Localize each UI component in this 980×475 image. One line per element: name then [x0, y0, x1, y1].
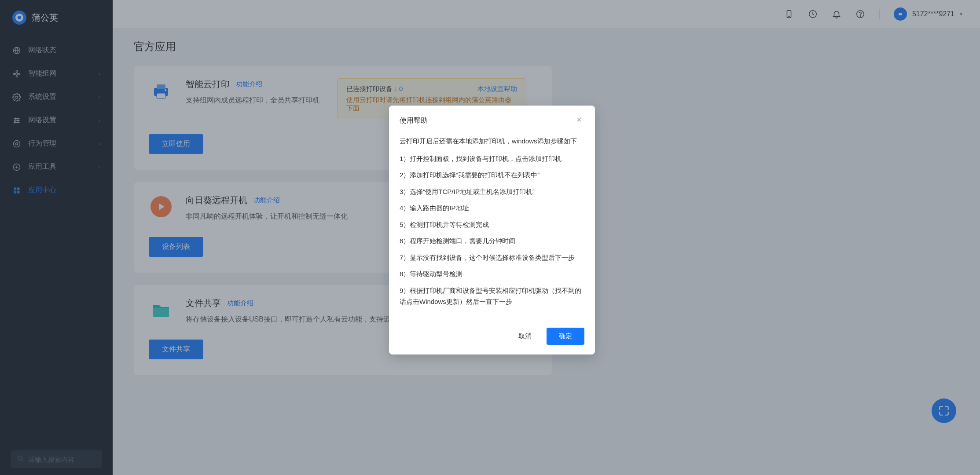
- confirm-button[interactable]: 确定: [547, 328, 584, 345]
- modal-step: 2）添加打印机选择“我需要的打印机不在列表中”: [400, 169, 584, 181]
- modal-step: 5）检测打印机并等待检测完成: [400, 219, 584, 230]
- modal-title: 使用帮助: [400, 116, 428, 125]
- close-icon[interactable]: [574, 114, 584, 127]
- modal-step: 9）根据打印机厂商和设备型号安装相应打印机驱动（找不到的话点击Windows更新…: [400, 285, 584, 307]
- modal-step: 4）输入路由器的IP地址: [400, 202, 584, 214]
- modal-step: 8）等待驱动型号检测: [400, 268, 584, 280]
- modal-step: 1）打开控制面板，找到设备与打印机，点击添加打印机: [400, 153, 584, 164]
- modal-step: 7）显示没有找到设备，这个时候选择标准设备类型后下一步: [400, 252, 584, 263]
- modal-intro: 云打印开启后还需在本地添加打印机，windows添加步骤如下: [400, 135, 584, 147]
- help-modal: 使用帮助 云打印开启后还需在本地添加打印机，windows添加步骤如下 1）打开…: [389, 106, 595, 354]
- modal-step: 3）选择“使用TCP/IP地址或主机名添加打印机”: [400, 186, 584, 197]
- modal-step: 6）程序开始检测端口，需要几分钟时间: [400, 235, 584, 247]
- cancel-button[interactable]: 取消: [510, 328, 540, 345]
